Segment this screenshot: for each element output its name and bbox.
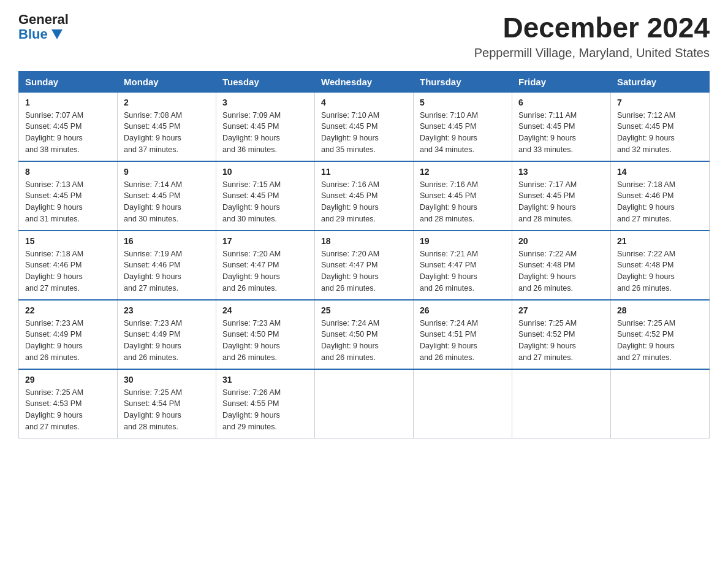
day-number: 8 bbox=[25, 167, 111, 177]
day-cell: 5Sunrise: 7:10 AMSunset: 4:45 PMDaylight… bbox=[414, 92, 512, 161]
day-info: Sunrise: 7:13 AMSunset: 4:45 PMDaylight:… bbox=[25, 179, 111, 225]
day-number: 26 bbox=[420, 305, 506, 315]
day-cell: 16Sunrise: 7:19 AMSunset: 4:46 PMDayligh… bbox=[118, 231, 216, 300]
day-cell: 24Sunrise: 7:23 AMSunset: 4:50 PMDayligh… bbox=[216, 300, 315, 369]
week-row-3: 15Sunrise: 7:18 AMSunset: 4:46 PMDayligh… bbox=[19, 231, 710, 300]
day-number: 9 bbox=[124, 167, 210, 177]
page-header: General Blue December 2024 Peppermill Vi… bbox=[18, 12, 710, 60]
weekday-header-monday: Monday bbox=[118, 71, 216, 92]
day-cell: 1Sunrise: 7:07 AMSunset: 4:45 PMDaylight… bbox=[19, 92, 118, 161]
day-info: Sunrise: 7:22 AMSunset: 4:48 PMDaylight:… bbox=[518, 248, 604, 294]
day-info: Sunrise: 7:18 AMSunset: 4:46 PMDaylight:… bbox=[617, 179, 703, 225]
weekday-header-sunday: Sunday bbox=[19, 71, 118, 92]
day-cell: 29Sunrise: 7:25 AMSunset: 4:53 PMDayligh… bbox=[19, 369, 118, 439]
day-info: Sunrise: 7:26 AMSunset: 4:55 PMDaylight:… bbox=[222, 387, 308, 433]
day-cell bbox=[315, 369, 414, 439]
day-info: Sunrise: 7:25 AMSunset: 4:54 PMDaylight:… bbox=[124, 387, 210, 433]
week-row-4: 22Sunrise: 7:23 AMSunset: 4:49 PMDayligh… bbox=[19, 300, 710, 369]
day-cell: 19Sunrise: 7:21 AMSunset: 4:47 PMDayligh… bbox=[414, 231, 512, 300]
month-title: December 2024 bbox=[474, 12, 710, 44]
day-number: 4 bbox=[321, 98, 407, 107]
day-info: Sunrise: 7:25 AMSunset: 4:52 PMDaylight:… bbox=[617, 318, 703, 364]
day-number: 16 bbox=[124, 236, 210, 246]
logo-triangle-icon bbox=[51, 29, 63, 39]
day-number: 24 bbox=[222, 305, 308, 315]
day-cell: 10Sunrise: 7:15 AMSunset: 4:45 PMDayligh… bbox=[216, 161, 315, 231]
day-info: Sunrise: 7:10 AMSunset: 4:45 PMDaylight:… bbox=[321, 110, 407, 156]
day-info: Sunrise: 7:09 AMSunset: 4:45 PMDaylight:… bbox=[222, 110, 308, 156]
day-cell: 26Sunrise: 7:24 AMSunset: 4:51 PMDayligh… bbox=[414, 300, 512, 369]
day-info: Sunrise: 7:23 AMSunset: 4:49 PMDaylight:… bbox=[124, 318, 210, 364]
day-info: Sunrise: 7:23 AMSunset: 4:50 PMDaylight:… bbox=[222, 318, 308, 364]
day-number: 28 bbox=[617, 305, 703, 315]
day-cell: 20Sunrise: 7:22 AMSunset: 4:48 PMDayligh… bbox=[512, 231, 611, 300]
day-number: 20 bbox=[518, 236, 604, 246]
day-cell: 15Sunrise: 7:18 AMSunset: 4:46 PMDayligh… bbox=[19, 231, 118, 300]
weekday-header-tuesday: Tuesday bbox=[216, 71, 315, 92]
day-number: 11 bbox=[321, 167, 407, 177]
day-cell: 23Sunrise: 7:23 AMSunset: 4:49 PMDayligh… bbox=[118, 300, 216, 369]
day-info: Sunrise: 7:17 AMSunset: 4:45 PMDaylight:… bbox=[518, 179, 604, 225]
day-info: Sunrise: 7:25 AMSunset: 4:53 PMDaylight:… bbox=[25, 387, 111, 433]
day-info: Sunrise: 7:25 AMSunset: 4:52 PMDaylight:… bbox=[518, 318, 604, 364]
day-info: Sunrise: 7:15 AMSunset: 4:45 PMDaylight:… bbox=[222, 179, 308, 225]
day-info: Sunrise: 7:08 AMSunset: 4:45 PMDaylight:… bbox=[124, 110, 210, 156]
day-cell: 17Sunrise: 7:20 AMSunset: 4:47 PMDayligh… bbox=[216, 231, 315, 300]
day-cell: 28Sunrise: 7:25 AMSunset: 4:52 PMDayligh… bbox=[611, 300, 710, 369]
day-cell: 11Sunrise: 7:16 AMSunset: 4:45 PMDayligh… bbox=[315, 161, 414, 231]
day-cell: 18Sunrise: 7:20 AMSunset: 4:47 PMDayligh… bbox=[315, 231, 414, 300]
weekday-header-wednesday: Wednesday bbox=[315, 71, 414, 92]
week-row-5: 29Sunrise: 7:25 AMSunset: 4:53 PMDayligh… bbox=[19, 369, 710, 439]
day-cell: 2Sunrise: 7:08 AMSunset: 4:45 PMDaylight… bbox=[118, 92, 216, 161]
day-cell: 25Sunrise: 7:24 AMSunset: 4:50 PMDayligh… bbox=[315, 300, 414, 369]
day-number: 29 bbox=[25, 375, 111, 385]
day-number: 2 bbox=[124, 98, 210, 107]
week-row-1: 1Sunrise: 7:07 AMSunset: 4:45 PMDaylight… bbox=[19, 92, 710, 161]
day-info: Sunrise: 7:20 AMSunset: 4:47 PMDaylight:… bbox=[321, 248, 407, 294]
day-info: Sunrise: 7:24 AMSunset: 4:50 PMDaylight:… bbox=[321, 318, 407, 364]
day-cell bbox=[512, 369, 611, 439]
weekday-header-friday: Friday bbox=[512, 71, 611, 92]
day-number: 3 bbox=[222, 98, 308, 107]
day-cell: 7Sunrise: 7:12 AMSunset: 4:45 PMDaylight… bbox=[611, 92, 710, 161]
logo-general-text: General bbox=[18, 12, 69, 27]
day-cell: 4Sunrise: 7:10 AMSunset: 4:45 PMDaylight… bbox=[315, 92, 414, 161]
day-info: Sunrise: 7:22 AMSunset: 4:48 PMDaylight:… bbox=[617, 248, 703, 294]
weekday-header-thursday: Thursday bbox=[414, 71, 512, 92]
logo-blue-text: Blue bbox=[18, 27, 63, 42]
day-info: Sunrise: 7:19 AMSunset: 4:46 PMDaylight:… bbox=[124, 248, 210, 294]
day-cell: 21Sunrise: 7:22 AMSunset: 4:48 PMDayligh… bbox=[611, 231, 710, 300]
calendar-body: 1Sunrise: 7:07 AMSunset: 4:45 PMDaylight… bbox=[19, 92, 710, 438]
day-info: Sunrise: 7:16 AMSunset: 4:45 PMDaylight:… bbox=[321, 179, 407, 225]
day-info: Sunrise: 7:16 AMSunset: 4:45 PMDaylight:… bbox=[420, 179, 506, 225]
day-cell: 12Sunrise: 7:16 AMSunset: 4:45 PMDayligh… bbox=[414, 161, 512, 231]
day-cell: 8Sunrise: 7:13 AMSunset: 4:45 PMDaylight… bbox=[19, 161, 118, 231]
day-info: Sunrise: 7:12 AMSunset: 4:45 PMDaylight:… bbox=[617, 110, 703, 156]
day-info: Sunrise: 7:24 AMSunset: 4:51 PMDaylight:… bbox=[420, 318, 506, 364]
location-title: Peppermill Village, Maryland, United Sta… bbox=[474, 46, 710, 60]
day-cell: 22Sunrise: 7:23 AMSunset: 4:49 PMDayligh… bbox=[19, 300, 118, 369]
day-cell: 31Sunrise: 7:26 AMSunset: 4:55 PMDayligh… bbox=[216, 369, 315, 439]
day-cell: 14Sunrise: 7:18 AMSunset: 4:46 PMDayligh… bbox=[611, 161, 710, 231]
title-section: December 2024 Peppermill Village, Maryla… bbox=[474, 12, 710, 60]
day-info: Sunrise: 7:21 AMSunset: 4:47 PMDaylight:… bbox=[420, 248, 506, 294]
logo: General Blue bbox=[18, 12, 69, 42]
day-number: 7 bbox=[617, 98, 703, 107]
day-number: 31 bbox=[222, 375, 308, 385]
day-info: Sunrise: 7:10 AMSunset: 4:45 PMDaylight:… bbox=[420, 110, 506, 156]
day-cell bbox=[414, 369, 512, 439]
day-cell: 3Sunrise: 7:09 AMSunset: 4:45 PMDaylight… bbox=[216, 92, 315, 161]
day-number: 18 bbox=[321, 236, 407, 246]
calendar-table: SundayMondayTuesdayWednesdayThursdayFrid… bbox=[18, 71, 710, 439]
day-number: 25 bbox=[321, 305, 407, 315]
day-cell: 27Sunrise: 7:25 AMSunset: 4:52 PMDayligh… bbox=[512, 300, 611, 369]
day-number: 21 bbox=[617, 236, 703, 246]
day-number: 27 bbox=[518, 305, 604, 315]
day-number: 23 bbox=[124, 305, 210, 315]
day-cell: 13Sunrise: 7:17 AMSunset: 4:45 PMDayligh… bbox=[512, 161, 611, 231]
day-cell: 9Sunrise: 7:14 AMSunset: 4:45 PMDaylight… bbox=[118, 161, 216, 231]
day-number: 13 bbox=[518, 167, 604, 177]
day-number: 10 bbox=[222, 167, 308, 177]
week-row-2: 8Sunrise: 7:13 AMSunset: 4:45 PMDaylight… bbox=[19, 161, 710, 231]
day-info: Sunrise: 7:18 AMSunset: 4:46 PMDaylight:… bbox=[25, 248, 111, 294]
